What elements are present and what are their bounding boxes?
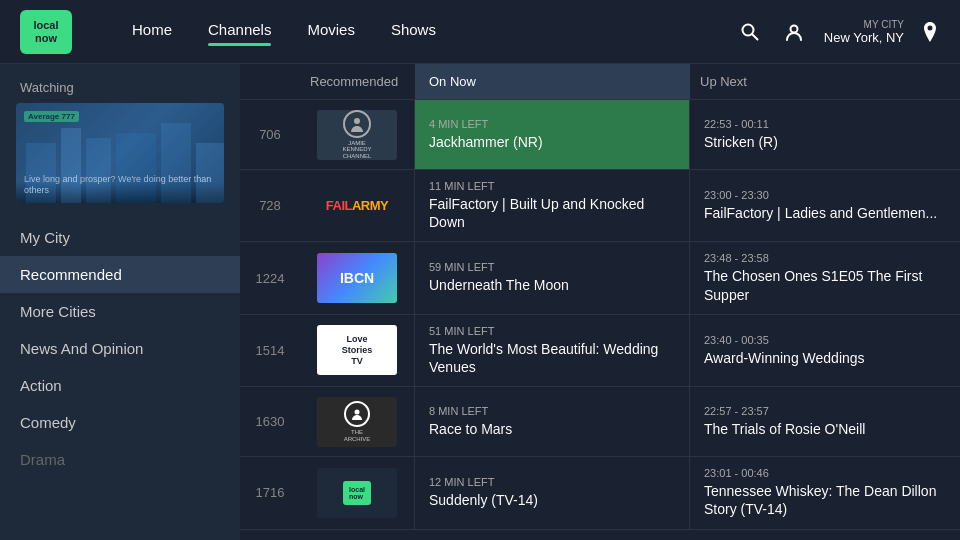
col-header-on-now: On Now bbox=[415, 64, 690, 99]
jk-label: JAMIEKENNEDYCHANNEL bbox=[342, 140, 371, 160]
up-next-time: 23:48 - 23:58 bbox=[704, 252, 946, 264]
channel-number: 1630 bbox=[240, 387, 300, 456]
nav-shows[interactable]: Shows bbox=[391, 21, 436, 42]
svg-rect-9 bbox=[196, 143, 224, 203]
nav-movies[interactable]: Movies bbox=[307, 21, 355, 42]
up-next-cell: 23:00 - 23:30 FailFactory | Ladies and G… bbox=[690, 170, 960, 241]
show-title: Jackhammer (NR) bbox=[429, 133, 675, 151]
logo-text: localnow bbox=[33, 19, 58, 43]
on-now-cell: 11 MIN LEFT FailFactory | Built Up and K… bbox=[415, 170, 690, 241]
svg-rect-6 bbox=[86, 138, 111, 203]
svg-line-1 bbox=[752, 34, 757, 39]
time-left: 11 MIN LEFT bbox=[429, 180, 675, 192]
on-now-cell: 4 MIN LEFT Jackhammer (NR) bbox=[415, 100, 690, 169]
archive-label: THEARCHIVE bbox=[344, 429, 371, 442]
channel-logo-cell: LoveStoriesTV bbox=[300, 315, 415, 386]
up-next-time: 23:40 - 00:35 bbox=[704, 334, 946, 346]
svg-point-10 bbox=[354, 118, 360, 124]
show-title: Suddenly (TV-14) bbox=[429, 491, 675, 509]
column-headers: Recommended On Now Up Next bbox=[240, 64, 960, 100]
table-row[interactable]: 706 JAMIEKENNEDYCHANNEL 4 MIN LEFT bbox=[240, 100, 960, 170]
table-row[interactable]: 728 FAILARMY 11 MIN LEFT FailFactory | B… bbox=[240, 170, 960, 242]
sidebar-item-recommended[interactable]: Recommended bbox=[0, 256, 240, 293]
show-title: Underneath The Moon bbox=[429, 276, 675, 294]
sidebar-item-drama[interactable]: Drama bbox=[0, 441, 240, 478]
channel-logo: LoveStoriesTV bbox=[317, 325, 397, 375]
up-next-title: Stricken (R) bbox=[704, 133, 946, 151]
channel-logo: FAILARMY bbox=[317, 188, 397, 224]
logo[interactable]: localnow bbox=[20, 10, 72, 54]
table-row[interactable]: 1716 localnow 12 MIN LEFT Suddenly (TV-1… bbox=[240, 457, 960, 529]
search-icon[interactable] bbox=[736, 18, 764, 46]
table-row[interactable]: 1630 THEARCHIVE 8 MIN LEFT Ra bbox=[240, 387, 960, 457]
channel-logo: THEARCHIVE bbox=[317, 397, 397, 447]
show-title: Race to Mars bbox=[429, 420, 675, 438]
nav-channels[interactable]: Channels bbox=[208, 21, 271, 42]
ibcn-text: IBCN bbox=[340, 270, 374, 286]
channel-number: 728 bbox=[240, 170, 300, 241]
sidebar: Watching Average 777 Live long and prosp… bbox=[0, 64, 240, 540]
city-info[interactable]: MY CITY New York, NY bbox=[824, 19, 904, 45]
sidebar-item-action[interactable]: Action bbox=[0, 367, 240, 404]
time-left: 12 MIN LEFT bbox=[429, 476, 675, 488]
up-next-time: 23:01 - 00:46 bbox=[704, 467, 946, 479]
city-name: New York, NY bbox=[824, 30, 904, 45]
col-header-up-next: Up Next bbox=[690, 74, 960, 89]
channel-number: 1514 bbox=[240, 315, 300, 386]
channel-logo-cell: JAMIEKENNEDYCHANNEL bbox=[300, 100, 415, 169]
sidebar-item-news-opinion[interactable]: News And Opinion bbox=[0, 330, 240, 367]
channel-number: 1224 bbox=[240, 242, 300, 313]
header: localnow Home Channels Movies Shows MY C… bbox=[0, 0, 960, 64]
up-next-title: The Trials of Rosie O'Neill bbox=[704, 420, 946, 438]
show-title: The World's Most Beautiful: Wedding Venu… bbox=[429, 340, 675, 376]
channels-list: 706 JAMIEKENNEDYCHANNEL 4 MIN LEFT bbox=[240, 100, 960, 540]
user-icon[interactable] bbox=[780, 18, 808, 46]
main-nav: Home Channels Movies Shows bbox=[132, 21, 736, 42]
up-next-title: FailFactory | Ladies and Gentlemen... bbox=[704, 204, 946, 222]
channel-logo: IBCN bbox=[317, 253, 397, 303]
main-content: Recommended On Now Up Next 706 bbox=[240, 64, 960, 540]
sidebar-item-more-cities[interactable]: More Cities bbox=[0, 293, 240, 330]
up-next-cell: 23:40 - 00:35 Award-Winning Weddings bbox=[690, 315, 960, 386]
nav-home[interactable]: Home bbox=[132, 21, 172, 42]
local-now-badge: localnow bbox=[343, 481, 371, 505]
on-now-cell: 8 MIN LEFT Race to Mars bbox=[415, 387, 690, 456]
svg-rect-8 bbox=[161, 123, 191, 203]
city-label: MY CITY bbox=[824, 19, 904, 30]
channel-logo-cell: THEARCHIVE bbox=[300, 387, 415, 456]
svg-point-2 bbox=[790, 25, 797, 32]
jk-icon bbox=[343, 110, 371, 138]
channel-number: 1716 bbox=[240, 457, 300, 528]
up-next-time: 23:00 - 23:30 bbox=[704, 189, 946, 201]
col-header-recommended: Recommended bbox=[300, 74, 415, 89]
channel-logo: JAMIEKENNEDYCHANNEL bbox=[317, 110, 397, 160]
up-next-title: Tennessee Whiskey: The Dean Dillon Story… bbox=[704, 482, 946, 518]
love-stories-text: LoveStoriesTV bbox=[342, 334, 373, 366]
sidebar-item-my-city[interactable]: My City bbox=[0, 219, 240, 256]
time-left: 59 MIN LEFT bbox=[429, 261, 675, 273]
show-title: FailFactory | Built Up and Knocked Down bbox=[429, 195, 675, 231]
up-next-title: Award-Winning Weddings bbox=[704, 349, 946, 367]
up-next-cell: 22:57 - 23:57 The Trials of Rosie O'Neil… bbox=[690, 387, 960, 456]
sidebar-menu: My City Recommended More Cities News And… bbox=[0, 219, 240, 478]
on-now-cell: 12 MIN LEFT Suddenly (TV-14) bbox=[415, 457, 690, 528]
channel-logo-cell: IBCN bbox=[300, 242, 415, 313]
svg-rect-4 bbox=[26, 143, 56, 203]
channel-logo-cell: FAILARMY bbox=[300, 170, 415, 241]
army-text: ARMY bbox=[352, 198, 388, 213]
table-row[interactable]: 1514 LoveStoriesTV 51 MIN LEFT The World… bbox=[240, 315, 960, 387]
thumbnail[interactable]: Average 777 Live long and prosper? We're… bbox=[16, 103, 224, 203]
fail-text: FAIL bbox=[326, 198, 352, 213]
svg-rect-5 bbox=[61, 128, 81, 203]
up-next-cell: 23:01 - 00:46 Tennessee Whiskey: The Dea… bbox=[690, 457, 960, 528]
location-icon[interactable] bbox=[920, 22, 940, 42]
svg-rect-7 bbox=[116, 133, 156, 203]
archive-circle bbox=[344, 401, 370, 427]
sidebar-item-comedy[interactable]: Comedy bbox=[0, 404, 240, 441]
channel-number: 706 bbox=[240, 100, 300, 169]
table-row[interactable]: 1224 IBCN 59 MIN LEFT Underneath The Moo… bbox=[240, 242, 960, 314]
up-next-title: The Chosen Ones S1E05 The First Supper bbox=[704, 267, 946, 303]
on-now-cell: 51 MIN LEFT The World's Most Beautiful: … bbox=[415, 315, 690, 386]
time-left: 51 MIN LEFT bbox=[429, 325, 675, 337]
up-next-time: 22:53 - 00:11 bbox=[704, 118, 946, 130]
